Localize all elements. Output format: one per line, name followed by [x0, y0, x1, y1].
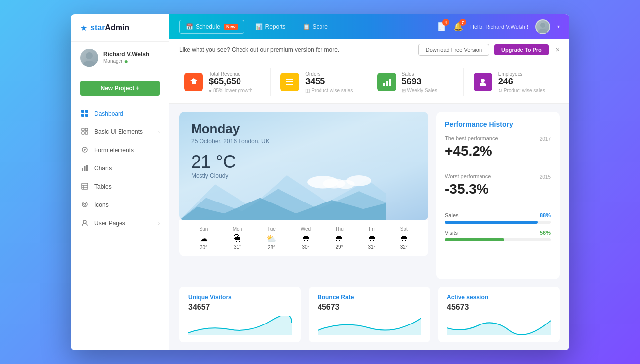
upgrade-pro-button[interactable]: Upgrade To Pro	[494, 44, 549, 55]
employees-label: Employees	[498, 71, 545, 77]
forecast-fri: Fri 🌧 31°	[368, 226, 376, 250]
bounce-rate-card: Bounce Rate 45673	[309, 287, 430, 342]
sales-progress-fill	[445, 221, 538, 224]
form-icon	[80, 146, 89, 155]
content-grid: Monday 25 October, 2016 London, UK 21 °C…	[169, 104, 569, 287]
nav-schedule[interactable]: 📅 Schedule New	[179, 20, 244, 34]
download-free-button[interactable]: Download Free Version	[418, 44, 489, 56]
revenue-sub: ●85% lower growth	[209, 88, 253, 93]
sidebar-item-label: Form elements	[94, 147, 134, 154]
svg-rect-7	[85, 128, 88, 131]
svg-point-29	[481, 79, 485, 82]
weather-description: Mostly Cloudy	[191, 172, 416, 179]
svg-rect-14	[82, 183, 88, 189]
sidebar-item-label: Tables	[94, 183, 112, 190]
bell-notification-button[interactable]: 🔔 7	[453, 22, 463, 31]
unique-visitors-title: Unique Visitors	[188, 294, 292, 301]
user-name: Richard V.Welsh	[103, 51, 160, 58]
weekly-forecast: Sun ☁ 30° Mon 🌦 31° Tue ⛅ 28°	[179, 220, 428, 256]
user-greeting: Hello, Richard V.Welsh !	[470, 24, 528, 30]
bell-count: 7	[459, 19, 466, 26]
stat-orders: Orders 3455 ◫Product-wise sales	[276, 68, 367, 96]
tables-icon	[80, 183, 89, 191]
orders-icon	[280, 73, 299, 91]
best-perf-value: +45.2%	[445, 143, 551, 159]
svg-rect-12	[84, 166, 86, 171]
sales-value: 5693	[402, 77, 437, 87]
svg-rect-24	[286, 81, 293, 82]
sidebar-item-user-pages[interactable]: User Pages ›	[71, 214, 169, 233]
sidebar-item-icons[interactable]: Icons	[71, 196, 169, 214]
svg-rect-4	[81, 114, 84, 117]
stats-row: Total Revenue $65,650 ●85% lower growth …	[169, 61, 569, 104]
svg-rect-6	[82, 128, 84, 131]
bottom-stats: Unique Visitors 34657 Bounce Rate 45673	[169, 287, 569, 350]
forecast-icon-sat: 🌧	[400, 234, 408, 243]
performance-panel: Performance History The best performance…	[436, 112, 560, 279]
orders-sub: ◫Product-wise sales	[305, 88, 353, 93]
svg-rect-3	[85, 110, 88, 113]
brand-name: starAdmin	[90, 23, 129, 32]
user-role: Manager ●	[103, 58, 160, 65]
user-avatar-top[interactable]	[535, 19, 550, 34]
sales-sub: ⊞Weekly Sales	[402, 88, 437, 93]
sidebar-item-label: Charts	[94, 165, 112, 172]
unique-visitors-card: Unique Visitors 34657	[179, 287, 301, 342]
svg-rect-13	[86, 165, 88, 171]
sidebar-item-dashboard[interactable]: Dashboard	[71, 105, 169, 123]
worst-perf-label: Worst performance	[445, 173, 491, 179]
sidebar-item-form-elements[interactable]: Form elements	[71, 141, 169, 160]
icons-icon	[80, 201, 89, 209]
svg-rect-5	[85, 114, 88, 117]
forecast-mon: Mon 🌦 31°	[233, 226, 242, 250]
sidebar-item-label: Icons	[94, 202, 109, 208]
progress-section: Sales 88% Visits 56%	[445, 212, 551, 241]
forecast-icon-sun: ☁	[200, 234, 208, 243]
nav-reports[interactable]: 📊 Reports	[249, 20, 292, 33]
user-dropdown-chevron[interactable]: ▾	[557, 24, 560, 29]
sidebar-item-charts[interactable]: Charts	[71, 160, 169, 178]
new-project-button[interactable]: New Project +	[80, 81, 160, 96]
forecast-sun: Sun ☁ 30°	[200, 226, 208, 250]
sidebar-item-label: User Pages	[94, 220, 125, 227]
mail-count: 4	[442, 19, 449, 26]
forecast-icon-fri: 🌧	[368, 234, 376, 243]
chevron-right-icon: ›	[158, 221, 160, 226]
forecast-icon-thu: 🌧	[335, 234, 343, 243]
performance-divider	[445, 167, 551, 167]
new-badge: New	[224, 24, 238, 30]
best-perf-label: The best performance	[445, 135, 498, 141]
sales-label: Sales	[402, 71, 437, 77]
svg-point-21	[540, 23, 545, 28]
svg-point-19	[84, 203, 86, 205]
nav-score[interactable]: 📋 Score	[297, 20, 334, 33]
sidebar-item-tables[interactable]: Tables	[71, 178, 169, 196]
bounce-rate-value: 45673	[318, 303, 421, 312]
sidebar-item-basic-ui[interactable]: Basic UI Elements ›	[71, 123, 169, 141]
star-icon: ★	[80, 23, 87, 33]
svg-point-0	[86, 52, 93, 59]
dashboard-icon	[80, 110, 89, 118]
schedule-icon: 📅	[186, 23, 193, 30]
svg-point-18	[82, 202, 87, 207]
revenue-icon	[184, 73, 203, 91]
employees-sub: ↻Product-wise sales	[498, 88, 545, 93]
orders-value: 3455	[305, 77, 353, 87]
visits-progress-pct: 56%	[540, 230, 551, 236]
active-session-title: Active session	[447, 294, 551, 301]
svg-rect-11	[82, 168, 83, 171]
sidebar: ★ starAdmin Richard V.Welsh Manager ● Ne…	[71, 14, 169, 350]
unique-visitors-value: 34657	[188, 303, 292, 312]
active-session-value: 45673	[447, 303, 551, 312]
worst-perf-year: 2015	[540, 174, 551, 180]
worst-perf-value: -35.3%	[445, 181, 551, 197]
sales-progress-bar	[445, 221, 551, 224]
forecast-icon-tue: ⛅	[266, 234, 276, 243]
weather-day: Monday	[191, 121, 416, 137]
mail-notification-button[interactable]: 📄 4	[437, 22, 446, 31]
promo-text: Like what you see? Check out our premium…	[179, 46, 413, 53]
promo-close-button[interactable]: ×	[556, 46, 560, 54]
sidebar-user: Richard V.Welsh Manager ●	[71, 42, 169, 74]
weather-card: Monday 25 October, 2016 London, UK 21 °C…	[179, 112, 428, 220]
unique-visitors-chart	[188, 316, 292, 335]
